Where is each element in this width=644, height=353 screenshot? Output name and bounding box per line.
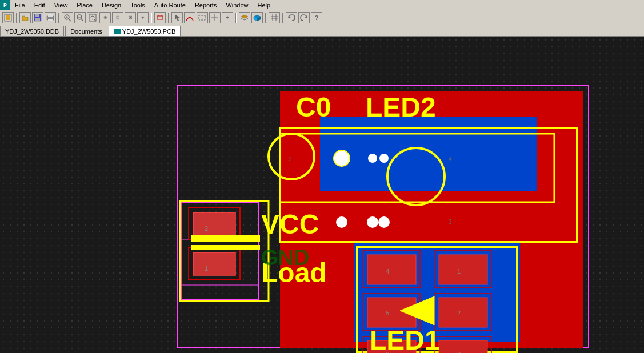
svg-rect-50	[191, 245, 260, 250]
svg-point-37	[379, 154, 389, 163]
svg-point-36	[368, 154, 377, 163]
svg-text:5: 5	[386, 310, 389, 316]
toolbar-btn-undo[interactable]	[286, 12, 297, 23]
toolbar-btn-route[interactable]	[184, 12, 195, 23]
toolbar-btn-help[interactable]: ?	[311, 12, 322, 23]
svg-rect-1	[6, 15, 10, 20]
svg-rect-45	[193, 212, 235, 235]
svg-text:4: 4	[449, 156, 452, 162]
toolbar: ⊕ ⊡ ⊠ + + ?	[0, 10, 644, 25]
toolbar-sep-3	[151, 13, 152, 23]
toolbar-btn-zoom-out[interactable]	[74, 12, 86, 23]
svg-point-41	[378, 216, 390, 228]
svg-rect-3	[35, 14, 39, 17]
svg-point-39	[336, 216, 347, 228]
menu-edit[interactable]: Edit	[30, 1, 50, 9]
tab-ddb-label: YDJ_2W5050.DDB	[5, 28, 59, 35]
label-vcc: VCC	[261, 209, 319, 239]
svg-rect-47	[193, 252, 235, 275]
svg-rect-21	[199, 15, 206, 20]
svg-text:1: 1	[205, 265, 208, 272]
menubar: P File Edit View Place Design Tools Auto…	[0, 0, 644, 10]
toolbar-btn-redo[interactable]	[298, 12, 310, 23]
menu-items: File Edit View Place Design Tools Auto R…	[10, 1, 275, 9]
menu-help[interactable]: Help	[253, 1, 275, 9]
svg-rect-49	[191, 235, 260, 242]
tab-documents[interactable]: Documents	[65, 26, 107, 36]
svg-text:1: 1	[457, 268, 461, 275]
toolbar-btn-1[interactable]	[2, 12, 14, 23]
toolbar-btn-7[interactable]: +	[137, 12, 149, 23]
toolbar-btn-rect[interactable]	[197, 12, 208, 23]
toolbar-sep-4	[168, 13, 169, 23]
menu-place[interactable]: Place	[72, 1, 97, 9]
svg-text:2: 2	[457, 310, 461, 316]
svg-rect-55	[439, 255, 487, 284]
app-icon: P	[0, 0, 10, 10]
tab-ddb[interactable]: YDJ_2W5050.DDB	[0, 26, 64, 36]
toolbar-btn-5[interactable]: ⊡	[112, 12, 123, 23]
svg-rect-18	[157, 16, 163, 19]
svg-text:3: 3	[457, 351, 461, 353]
tab-pcb-icon	[114, 29, 121, 34]
toolbar-sep-6	[265, 13, 266, 23]
label-gnd: GND	[261, 246, 309, 270]
menu-reports[interactable]: Reports	[190, 1, 222, 9]
toolbar-btn-select[interactable]	[171, 12, 183, 23]
svg-point-35	[334, 150, 350, 166]
svg-text:2: 2	[205, 225, 208, 232]
svg-line-13	[81, 19, 83, 21]
toolbar-btn-save[interactable]	[32, 12, 43, 23]
toolbar-btn-layers[interactable]	[239, 12, 250, 23]
toolbar-btn-plus[interactable]: +	[222, 12, 233, 23]
label-led2: LED2	[366, 92, 436, 122]
svg-rect-59	[439, 298, 487, 327]
svg-rect-6	[48, 14, 53, 17]
tab-pcb[interactable]: YDJ_2W5050.PCB	[109, 26, 181, 36]
svg-rect-4	[35, 18, 40, 21]
menu-autoroute[interactable]: Auto Route	[150, 1, 190, 9]
toolbar-btn-open[interactable]	[19, 12, 31, 23]
svg-rect-7	[48, 19, 53, 21]
tab-pcb-label: YDJ_2W5050.PCB	[122, 28, 176, 35]
menu-view[interactable]: View	[50, 1, 73, 9]
toolbar-btn-component[interactable]	[154, 12, 166, 23]
svg-text:2: 2	[289, 156, 292, 162]
menu-design[interactable]: Design	[97, 1, 126, 9]
svg-text:4: 4	[386, 268, 389, 275]
svg-line-17	[94, 19, 96, 21]
tab-documents-label: Documents	[70, 28, 102, 35]
toolbar-sep-7	[282, 13, 283, 23]
label-led1: LED1	[370, 325, 440, 353]
toolbar-sep-1	[16, 13, 17, 23]
toolbar-btn-print[interactable]	[45, 12, 56, 23]
toolbar-btn-zoom-in[interactable]	[62, 12, 73, 23]
pcb-canvas[interactable]: 2 4 3 4 1 5 2 6 3 2 1 C0 LED2 VCC Load G…	[0, 37, 644, 353]
menu-window[interactable]: Window	[221, 1, 253, 9]
svg-rect-53	[367, 255, 416, 284]
toolbar-btn-4[interactable]: ⊕	[99, 12, 111, 23]
svg-text:3: 3	[449, 219, 452, 225]
toolbar-btn-hash[interactable]	[269, 12, 280, 23]
toolbar-sep-5	[235, 13, 237, 23]
svg-rect-63	[439, 340, 487, 353]
menu-tools[interactable]: Tools	[126, 1, 150, 9]
toolbar-btn-3d[interactable]	[251, 12, 263, 23]
svg-point-40	[367, 216, 378, 228]
toolbar-btn-cross[interactable]	[209, 12, 221, 23]
menu-file[interactable]: File	[10, 1, 30, 9]
toolbar-sep-2	[58, 13, 59, 23]
toolbar-btn-zoom-fit[interactable]	[87, 12, 98, 23]
toolbar-btn-6[interactable]: ⊠	[125, 12, 136, 23]
svg-line-9	[69, 19, 71, 21]
pcb-svg: 2 4 3 4 1 5 2 6 3 2 1 C0 LED2 VCC Load G…	[0, 37, 644, 353]
label-c0: C0	[296, 92, 331, 122]
tabbar: YDJ_2W5050.DDB Documents YDJ_2W5050.PCB	[0, 25, 644, 37]
